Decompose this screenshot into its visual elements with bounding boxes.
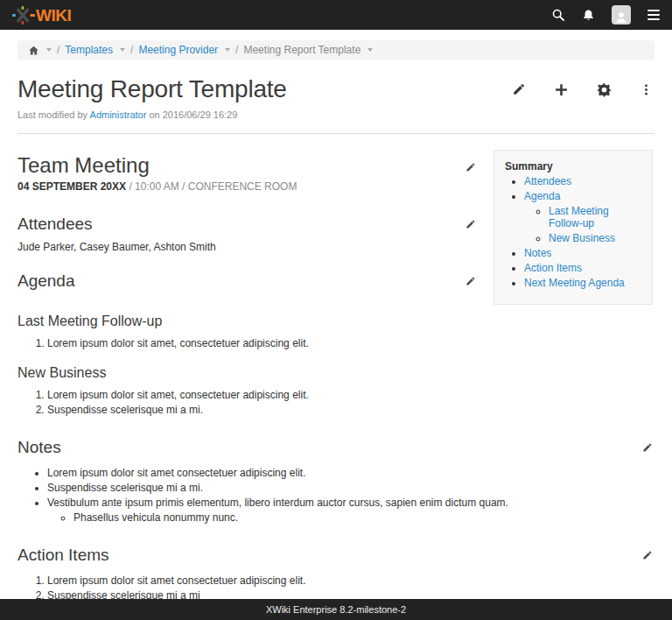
list-item: Attendees: [524, 175, 645, 187]
list-item: Next Meeting Agenda: [524, 277, 645, 289]
section-edit-pencil-icon[interactable]: [641, 442, 653, 454]
heading-team-meeting: Team Meeting: [18, 153, 150, 178]
breadcrumb-separator: /: [57, 44, 60, 56]
edit-button[interactable]: [511, 82, 526, 97]
list-item: Lorem ipsum dolor sit amet consectetuer …: [47, 467, 653, 479]
list-item: Last Meeting Follow-up: [549, 205, 645, 229]
summary-title: Summary: [505, 160, 645, 173]
summary-link-notes[interactable]: Notes: [524, 247, 551, 259]
create-button[interactable]: [554, 82, 569, 97]
breadcrumb-item-current: Meeting Report Template: [243, 44, 360, 56]
section-edit-pencil-icon[interactable]: [641, 550, 653, 561]
chevron-down-icon[interactable]: [225, 48, 230, 52]
list-item: Notes: [524, 247, 645, 259]
summary-list: Attendees Agenda Last Meeting Follow-up …: [505, 175, 645, 289]
attendees-names: Jude Parker, Casey Baumer, Ashton Smith: [18, 241, 476, 253]
meeting-time-location: / 10:00 AM / CONFERENCE ROOM: [129, 180, 297, 193]
document-content: Summary Attendees Agenda Last Meeting Fo…: [0, 134, 672, 620]
meeting-date: 04 SEPTEMBER 20XX: [18, 180, 126, 193]
breadcrumb-item-meeting-provider[interactable]: Meeting Provider: [138, 44, 218, 56]
section-edit-pencil-icon[interactable]: [465, 219, 476, 230]
summary-link-next-meeting-agenda[interactable]: Next Meeting Agenda: [524, 277, 625, 289]
heading-action-items: Action Items: [18, 546, 109, 565]
modified-suffix: on 2016/06/29 16:29: [149, 109, 237, 120]
version-bar: XWiki Enterprise 8.2-milestone-2: [0, 599, 672, 620]
breadcrumb: / Templates / Meeting Provider / Meeting…: [18, 40, 654, 60]
list-item: Suspendisse scelerisque mi a mi.: [47, 482, 653, 494]
list-item-text: Vestibulum ante ipsum primis elementum, …: [47, 497, 508, 509]
list-item: Vestibulum ante ipsum primis elementum, …: [47, 497, 653, 524]
summary-link-agenda[interactable]: Agenda: [524, 190, 560, 202]
xwiki-logo-x-icon: [12, 6, 35, 25]
xwiki-logo-text: WIKI: [36, 7, 71, 24]
breadcrumb-separator: /: [130, 44, 133, 56]
chevron-down-icon[interactable]: [368, 48, 373, 52]
search-icon[interactable]: [551, 8, 565, 22]
meeting-details: 04 SEPTEMBER 20XX / 10:00 AM / CONFERENC…: [18, 180, 476, 193]
list-item: Action Items: [524, 262, 645, 274]
list-item: Phasellus vehicula nonummy nunc.: [74, 511, 653, 524]
breadcrumb-wrapper: / Templates / Meeting Provider / Meeting…: [0, 30, 672, 60]
breadcrumb-home-icon[interactable]: [28, 45, 39, 56]
chevron-down-icon[interactable]: [46, 48, 52, 52]
summary-link-attendees[interactable]: Attendees: [524, 175, 571, 187]
page-actions: [511, 82, 653, 97]
page-header: Meeting Report Template Last modified by…: [0, 60, 672, 120]
modified-user-link[interactable]: Administrator: [90, 109, 147, 120]
list-item: Lorem ipsum dolor sit amet, consectetuer…: [47, 337, 653, 349]
section-edit-pencil-icon[interactable]: [465, 276, 476, 287]
page-title: Meeting Report Template: [18, 75, 287, 103]
list-item: Lorem ipsum dolor sit amet, consectetuer…: [47, 389, 653, 401]
summary-link-last-meeting-follow-up[interactable]: Last Meeting Follow-up: [549, 205, 609, 229]
heading-new-business: New Business: [18, 365, 653, 381]
gear-icon[interactable]: [597, 82, 612, 97]
xwiki-logo[interactable]: WIKI: [12, 6, 71, 25]
top-navbar: WIKI: [0, 0, 672, 30]
breadcrumb-separator: /: [235, 44, 238, 56]
new-business-list: Lorem ipsum dolor sit amet, consectetuer…: [18, 389, 653, 416]
section-edit-pencil-icon[interactable]: [465, 162, 476, 173]
action-items-list: Lorem ipsum dolor sit amet consectetuer …: [18, 574, 653, 602]
heading-attendees: Attendees: [18, 215, 93, 234]
summary-panel: Summary Attendees Agenda Last Meeting Fo…: [494, 150, 653, 305]
notes-sublist: Phasellus vehicula nonummy nunc.: [47, 511, 653, 524]
list-item: Agenda Last Meeting Follow-up New Busine…: [524, 190, 645, 244]
hamburger-icon[interactable]: [648, 10, 660, 20]
version-label: XWiki Enterprise 8.2-milestone-2: [266, 604, 406, 615]
notes-list: Lorem ipsum dolor sit amet consectetuer …: [18, 467, 653, 524]
summary-sublist: Last Meeting Follow-up New Business: [524, 205, 645, 244]
summary-link-action-items[interactable]: Action Items: [524, 262, 582, 274]
heading-notes: Notes: [18, 438, 61, 457]
last-meeting-list: Lorem ipsum dolor sit amet, consectetuer…: [18, 337, 653, 349]
summary-link-new-business[interactable]: New Business: [549, 232, 615, 244]
last-modified-line: Last modified by Administrator on 2016/0…: [18, 109, 653, 120]
breadcrumb-item-templates[interactable]: Templates: [65, 44, 113, 56]
bell-icon[interactable]: [582, 9, 595, 22]
list-item: New Business: [549, 232, 645, 244]
user-avatar[interactable]: [612, 5, 631, 25]
list-item: Lorem ipsum dolor sit amet consectetuer …: [47, 574, 653, 587]
chevron-down-icon[interactable]: [120, 48, 125, 52]
navbar-actions: [551, 5, 660, 25]
heading-agenda: Agenda: [18, 271, 75, 291]
more-actions-icon[interactable]: [640, 82, 653, 97]
list-item: Suspendisse scelerisque mi a mi.: [47, 404, 653, 416]
modified-prefix: Last modified by: [18, 109, 88, 120]
heading-last-meeting-follow-up: Last Meeting Follow-up: [18, 314, 653, 329]
